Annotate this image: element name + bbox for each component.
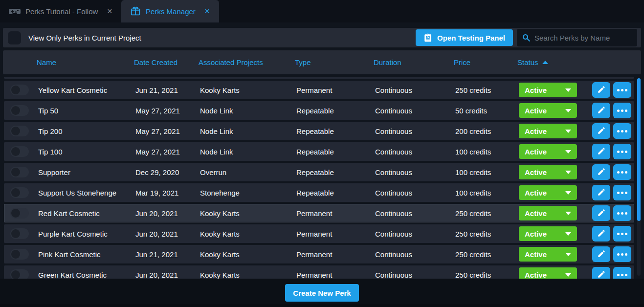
perk-row[interactable]: Tip 200 May 27, 2021 Node Link Repeatabl… [4,122,634,140]
actions-cell [589,82,634,98]
perk-enabled-toggle[interactable] [10,269,29,279]
perk-name: Tip 200 [35,127,133,135]
status-dropdown[interactable]: Active [519,165,577,179]
header-status[interactable]: Status [514,58,588,66]
search-input[interactable] [534,34,632,42]
edit-perk-button[interactable] [592,82,610,98]
perk-enabled-toggle[interactable] [10,249,29,260]
toggle-knob [11,86,20,94]
status-dropdown[interactable]: Active [519,144,577,159]
perk-enabled-toggle[interactable] [10,228,29,239]
perk-enabled-toggle[interactable] [10,126,29,136]
perk-duration: Continuous [372,86,452,94]
chevron-down-icon [565,232,571,236]
header-associated-projects[interactable]: Associated Projects [196,58,292,66]
pencil-icon [597,270,606,280]
perk-name: Red Kart Cosmetic [35,209,133,218]
status-dropdown[interactable]: Active [519,247,577,262]
toggle-knob [11,188,20,197]
status-dropdown[interactable]: Active [519,226,577,241]
perk-enabled-toggle[interactable] [10,85,29,95]
more-options-button[interactable] [613,164,631,180]
perk-row[interactable]: Support Us Stonehenge Mar 19, 2021 Stone… [4,183,634,202]
more-options-button[interactable] [613,82,631,98]
gamepad-icon [9,5,21,17]
perk-enabled-toggle[interactable] [10,167,29,177]
perk-enabled-toggle[interactable] [10,105,29,116]
header-price[interactable]: Price [451,58,514,66]
edit-perk-button[interactable] [592,144,610,159]
status-dropdown[interactable]: Active [519,185,577,200]
toggle-cell [4,85,35,95]
perk-duration: Continuous [372,250,452,259]
edit-perk-button[interactable] [592,185,610,200]
perk-type: Repeatable [293,148,372,156]
more-options-button[interactable] [613,185,631,200]
perk-date-created: Jun 20, 2021 [133,271,197,279]
perk-duration: Continuous [372,230,452,238]
edit-perk-button[interactable] [592,164,610,180]
perk-row[interactable]: Tip 50 May 27, 2021 Node Link Repeatable… [4,101,634,120]
more-options-button[interactable] [613,103,631,118]
perk-enabled-toggle[interactable] [10,208,29,219]
perk-date-created: May 27, 2021 [133,148,197,156]
header-duration[interactable]: Duration [371,58,451,66]
pencil-icon [597,208,606,219]
chevron-down-icon [565,88,571,92]
edit-perk-button[interactable] [592,226,610,241]
perk-enabled-toggle[interactable] [10,187,29,198]
more-options-button[interactable] [613,267,631,279]
perk-row[interactable]: Tip 100 May 27, 2021 Node Link Repeatabl… [4,142,634,161]
header-name[interactable]: Name [34,58,131,66]
perk-row[interactable]: Red Kart Cosmetic Jun 20, 2021 Kooky Kar… [4,204,634,222]
status-dropdown[interactable]: Active [519,83,577,97]
actions-cell [589,267,634,279]
close-icon[interactable]: ✕ [107,7,112,15]
view-only-perks-checkbox[interactable] [8,31,21,44]
table-scrollbar[interactable] [637,78,641,276]
scrollbar-thumb[interactable] [637,78,641,221]
header-date-created[interactable]: Date Created [131,58,196,66]
more-options-button[interactable] [613,246,631,262]
edit-perk-button[interactable] [592,205,610,221]
search-box[interactable] [517,29,637,46]
open-testing-panel-button[interactable]: Open Testing Panel [416,29,513,46]
status-dropdown[interactable]: Active [519,206,577,220]
edit-perk-button[interactable] [592,246,610,262]
toolbar: View Only Perks in Current Project Open … [3,28,641,47]
perk-row[interactable]: Supporter Dec 29, 2020 Overrun Repeatabl… [4,163,634,181]
actions-cell [589,205,634,221]
tab-perks-manager[interactable]: Perks Manager ✕ [121,0,219,22]
ellipsis-icon [617,192,627,194]
window-bottom-edge [0,304,644,307]
edit-perk-button[interactable] [592,123,610,139]
actions-cell [589,185,634,200]
perk-row[interactable]: Purple Kart Cosmetic Jun 20, 2021 Kooky … [4,224,634,243]
toggle-cell [4,228,35,239]
tab-perks-tutorial[interactable]: Perks Tutorial - Follow ✕ [0,0,121,22]
edit-perk-button[interactable] [592,103,610,118]
edit-perk-button[interactable] [592,267,610,279]
more-options-button[interactable] [613,144,631,159]
more-options-button[interactable] [613,226,631,241]
pencil-icon [597,147,606,157]
pencil-icon [597,167,606,177]
more-options-button[interactable] [613,123,631,139]
status-cell: Active [516,103,589,118]
actions-cell [589,144,634,159]
create-new-perk-button[interactable]: Create New Perk [285,284,358,302]
perk-row[interactable]: Pink Kart Cosmetic Jun 21, 2021 Kooky Ka… [4,245,634,263]
perk-enabled-toggle[interactable] [10,146,29,157]
perk-date-created: May 27, 2021 [133,127,197,135]
status-dropdown[interactable]: Active [519,267,577,279]
perk-price: 250 credits [452,86,516,94]
perk-name: Green Kart Cosmetic [35,271,133,279]
more-options-button[interactable] [613,205,631,221]
status-dropdown[interactable]: Active [519,103,577,118]
perk-associated-projects: Overrun [197,168,293,176]
perk-row[interactable]: Yellow Kart Cosmetic Jun 21, 2021 Kooky … [4,81,634,99]
perk-row[interactable]: Green Kart Cosmetic Jun 20, 2021 Kooky K… [4,265,634,279]
status-dropdown[interactable]: Active [519,124,577,138]
close-icon[interactable]: ✕ [204,7,210,15]
header-type[interactable]: Type [292,58,371,66]
